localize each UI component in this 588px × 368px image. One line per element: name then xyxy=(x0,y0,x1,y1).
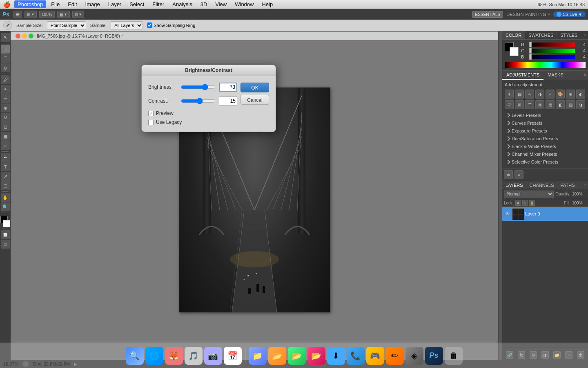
menu-filter[interactable]: Filter xyxy=(149,0,167,8)
screen-mode-toggle[interactable]: ▢ xyxy=(1,240,10,249)
lock-all-button[interactable]: 🔒 xyxy=(529,200,535,206)
photo-filter-icon[interactable]: ▽ xyxy=(505,100,514,109)
invert-icon[interactable]: ⊠ xyxy=(535,100,544,109)
exposure-icon[interactable]: ◑ xyxy=(535,90,544,99)
lock-pixels-button[interactable]: ▣ xyxy=(515,200,521,206)
hand-tool[interactable]: ✋ xyxy=(1,193,10,202)
menu-layer[interactable]: Layer xyxy=(105,0,125,8)
selective-color-presets-item[interactable]: Selective Color Presets xyxy=(505,158,586,166)
eraser-tool[interactable]: ◻ xyxy=(1,122,10,131)
brush-tool[interactable]: ✏ xyxy=(1,94,10,103)
g-slider[interactable] xyxy=(529,49,575,53)
panel-options-button[interactable]: ≡ xyxy=(582,31,588,39)
shape-tool[interactable]: ▢ xyxy=(1,181,10,190)
contrast-input[interactable]: 15 xyxy=(219,96,237,105)
cancel-button[interactable]: Cancel xyxy=(241,95,269,105)
view-button-2[interactable]: ⊡▼ xyxy=(72,11,85,18)
lasso-tool[interactable]: ⌒ xyxy=(1,54,10,63)
clone-tool[interactable]: ⊕ xyxy=(1,103,10,112)
curves-presets-item[interactable]: Curves Presets xyxy=(505,119,586,127)
dock-ps[interactable]: Ps xyxy=(425,347,443,365)
minimize-button[interactable] xyxy=(22,34,27,38)
background-color[interactable] xyxy=(3,220,10,227)
tool-button-2[interactable]: ⊞▼ xyxy=(24,11,37,18)
layers-panel-options[interactable]: ≡ xyxy=(582,181,588,189)
dock-folder-4[interactable]: 📂 xyxy=(307,347,325,365)
dock-folder-2[interactable]: 📂 xyxy=(268,347,286,365)
pen-tool[interactable]: ✒ xyxy=(1,153,10,162)
layers-tab[interactable]: LAYERS xyxy=(502,181,526,189)
ok-button[interactable]: OK xyxy=(241,83,269,92)
gradient-tool[interactable]: ▦ xyxy=(1,132,10,141)
curves-icon[interactable]: ∿ xyxy=(525,90,534,99)
maximize-button[interactable] xyxy=(29,34,33,38)
move-tool[interactable]: ↖ xyxy=(1,33,10,42)
dock-vectorize[interactable]: ◈ xyxy=(405,347,423,365)
brightness-input[interactable]: 73 xyxy=(219,83,237,92)
exposure-presets-item[interactable]: Exposure Presets xyxy=(505,127,586,135)
brightness-slider[interactable] xyxy=(181,84,216,90)
menu-analysis[interactable]: Analysis xyxy=(169,0,195,8)
quick-mask-toggle[interactable]: ⬜ xyxy=(1,230,10,239)
dock-folder-1[interactable]: 📁 xyxy=(249,347,267,365)
vibrance-icon[interactable]: + xyxy=(546,90,555,99)
dock-folder-3[interactable]: 📂 xyxy=(288,347,306,365)
foreground-background-boxes[interactable] xyxy=(505,42,519,56)
swatches-tab[interactable]: SWATCHES xyxy=(525,31,557,39)
levels-icon[interactable]: ▦ xyxy=(515,90,524,99)
paths-tab[interactable]: PATHS xyxy=(557,181,578,189)
marquee-tool[interactable]: ▭ xyxy=(1,45,10,54)
hue-saturation-icon[interactable]: 🎨 xyxy=(556,90,565,99)
menu-edit[interactable]: Edit xyxy=(65,0,80,8)
black-white-presets-item[interactable]: Black & White Presets xyxy=(505,143,586,150)
color-tab[interactable]: COLOR xyxy=(502,31,525,39)
dock-finder[interactable]: 🔍 xyxy=(126,347,144,365)
foreground-background-color[interactable] xyxy=(0,216,10,227)
quick-select-tool[interactable]: ⊙ xyxy=(1,63,10,72)
use-legacy-checkbox[interactable] xyxy=(148,120,154,125)
opacity-value[interactable]: 100% xyxy=(572,192,586,196)
cs-live-button[interactable]: CS Live ▼ xyxy=(553,11,586,17)
zoom-button[interactable]: 100% xyxy=(39,11,55,18)
dock-sketch[interactable]: ✏ xyxy=(386,347,404,365)
dock-firefox[interactable]: 🦊 xyxy=(165,347,183,365)
preview-checkbox[interactable]: ✓ xyxy=(148,111,154,116)
black-white-icon[interactable]: ◐ xyxy=(576,90,585,99)
more-workspaces[interactable]: » xyxy=(548,12,550,17)
menu-3d[interactable]: 3D xyxy=(197,0,211,8)
threshold-icon[interactable]: ◧ xyxy=(556,100,565,109)
show-sampling-ring-checkbox[interactable]: Show Sampling Ring xyxy=(147,22,195,28)
dock-torrent[interactable]: ⬇ xyxy=(327,347,345,365)
dock-gameshow[interactable]: 🎮 xyxy=(366,347,384,365)
adj-icon-2[interactable]: ≡ xyxy=(514,170,523,179)
adj-panel-options[interactable]: ≡ xyxy=(582,71,588,80)
dock-iphoto[interactable]: 📷 xyxy=(204,347,222,365)
masks-tab[interactable]: MASKS xyxy=(543,71,568,80)
essentials-button[interactable]: ESSENTIALS xyxy=(472,11,503,18)
dock-trash[interactable]: 🗑 xyxy=(445,347,463,365)
menu-image[interactable]: Image xyxy=(82,0,103,8)
channels-tab[interactable]: CHANNELS xyxy=(526,181,557,189)
brightness-contrast-icon[interactable]: ☀ xyxy=(505,90,514,99)
side-scrollbar[interactable] xyxy=(498,31,502,360)
menu-photoshop[interactable]: Photoshop xyxy=(14,0,46,8)
styles-tab[interactable]: STYLES xyxy=(557,31,581,39)
channel-mixer-presets-item[interactable]: Channel Mixer Presets xyxy=(505,150,586,158)
sample-size-select[interactable]: Point Sample xyxy=(47,21,86,29)
menu-help[interactable]: Help xyxy=(258,0,276,8)
contrast-slider[interactable] xyxy=(181,98,216,104)
dock-itunes[interactable]: 🎵 xyxy=(185,347,203,365)
r-slider[interactable] xyxy=(529,43,575,47)
close-button[interactable] xyxy=(16,34,20,38)
apple-menu[interactable]: 🍎 xyxy=(3,1,10,8)
color-spectrum-bar[interactable] xyxy=(505,62,586,68)
gradient-map-icon[interactable]: ▥ xyxy=(566,100,575,109)
dodge-tool[interactable]: ○ xyxy=(1,141,10,150)
posterize-icon[interactable]: ▤ xyxy=(546,100,555,109)
channel-mixer-icon[interactable]: ⊞ xyxy=(515,100,524,109)
b-slider[interactable] xyxy=(529,55,575,59)
bg-color-box[interactable] xyxy=(510,47,519,56)
dock-skype[interactable]: 📞 xyxy=(347,347,365,365)
levels-presets-item[interactable]: Levels Presets xyxy=(505,112,586,119)
fill-value[interactable]: 100% xyxy=(572,201,586,205)
